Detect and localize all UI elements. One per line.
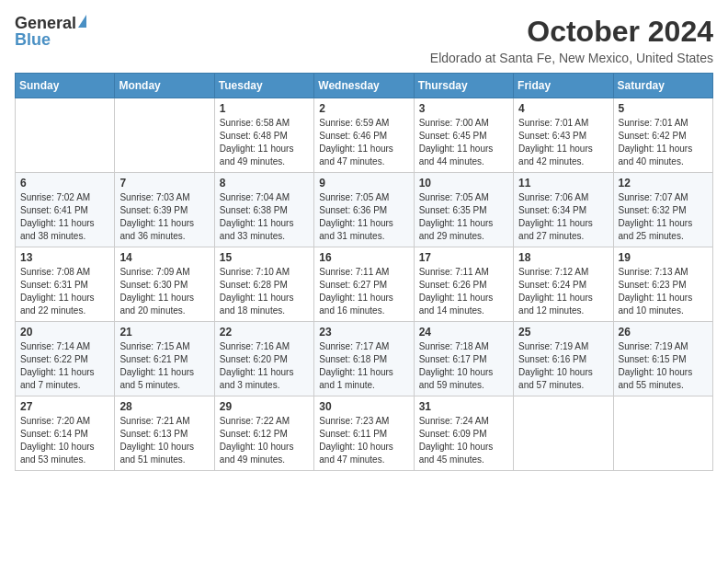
calendar-cell: 10Sunrise: 7:05 AM Sunset: 6:35 PM Dayli… (414, 173, 513, 247)
calendar-cell: 19Sunrise: 7:13 AM Sunset: 6:23 PM Dayli… (613, 247, 712, 322)
calendar-day-header: Saturday (613, 74, 712, 98)
day-number: 28 (119, 400, 209, 413)
day-info: Sunrise: 7:17 AM Sunset: 6:18 PM Dayligh… (319, 340, 408, 392)
calendar-day-header: Wednesday (314, 74, 414, 98)
calendar-cell (115, 98, 214, 173)
day-number: 27 (20, 400, 109, 413)
day-info: Sunrise: 7:04 AM Sunset: 6:38 PM Dayligh… (220, 191, 309, 243)
calendar-cell: 12Sunrise: 7:07 AM Sunset: 6:32 PM Dayli… (613, 173, 712, 247)
day-info: Sunrise: 7:07 AM Sunset: 6:32 PM Dayligh… (619, 191, 708, 243)
day-info: Sunrise: 7:00 AM Sunset: 6:45 PM Dayligh… (419, 117, 508, 168)
calendar-week-row: 13Sunrise: 7:08 AM Sunset: 6:31 PM Dayli… (16, 247, 713, 322)
calendar-cell: 6Sunrise: 7:02 AM Sunset: 6:41 PM Daylig… (16, 173, 115, 247)
day-info: Sunrise: 7:20 AM Sunset: 6:14 PM Dayligh… (20, 415, 109, 466)
calendar-week-row: 6Sunrise: 7:02 AM Sunset: 6:41 PM Daylig… (16, 173, 713, 247)
calendar-cell: 28Sunrise: 7:21 AM Sunset: 6:13 PM Dayli… (115, 396, 214, 471)
calendar-cell: 13Sunrise: 7:08 AM Sunset: 6:31 PM Dayli… (16, 247, 115, 322)
page-header: General Blue October 2024 Eldorado at Sa… (15, 15, 713, 65)
calendar-table: SundayMondayTuesdayWednesdayThursdayFrid… (15, 73, 713, 471)
calendar-cell: 27Sunrise: 7:20 AM Sunset: 6:14 PM Dayli… (16, 396, 115, 471)
month-title: October 2024 (430, 15, 713, 49)
day-number: 4 (518, 102, 608, 115)
logo: General Blue (15, 15, 86, 48)
day-number: 31 (419, 400, 508, 413)
day-number: 17 (419, 251, 508, 264)
day-number: 9 (319, 177, 408, 190)
calendar-cell (16, 98, 115, 173)
day-number: 14 (119, 251, 209, 264)
calendar-cell: 18Sunrise: 7:12 AM Sunset: 6:24 PM Dayli… (514, 247, 613, 322)
calendar-cell: 11Sunrise: 7:06 AM Sunset: 6:34 PM Dayli… (514, 173, 613, 247)
day-info: Sunrise: 7:16 AM Sunset: 6:20 PM Dayligh… (220, 340, 309, 392)
day-info: Sunrise: 7:13 AM Sunset: 6:23 PM Dayligh… (619, 266, 708, 317)
day-info: Sunrise: 7:03 AM Sunset: 6:39 PM Dayligh… (119, 191, 209, 243)
day-info: Sunrise: 7:21 AM Sunset: 6:13 PM Dayligh… (119, 415, 209, 466)
calendar-cell: 7Sunrise: 7:03 AM Sunset: 6:39 PM Daylig… (115, 173, 214, 247)
calendar-cell: 25Sunrise: 7:19 AM Sunset: 6:16 PM Dayli… (514, 322, 613, 396)
day-number: 18 (518, 251, 608, 264)
day-info: Sunrise: 7:12 AM Sunset: 6:24 PM Dayligh… (518, 266, 608, 317)
day-info: Sunrise: 7:02 AM Sunset: 6:41 PM Dayligh… (20, 191, 109, 243)
day-number: 1 (220, 102, 309, 115)
day-info: Sunrise: 7:06 AM Sunset: 6:34 PM Dayligh… (518, 191, 608, 243)
calendar-cell: 2Sunrise: 6:59 AM Sunset: 6:46 PM Daylig… (314, 98, 414, 173)
day-info: Sunrise: 7:11 AM Sunset: 6:26 PM Dayligh… (419, 266, 508, 317)
calendar-cell: 26Sunrise: 7:19 AM Sunset: 6:15 PM Dayli… (613, 322, 712, 396)
day-number: 30 (319, 400, 408, 413)
title-section: October 2024 Eldorado at Santa Fe, New M… (430, 15, 713, 65)
day-number: 29 (220, 400, 309, 413)
day-number: 22 (220, 326, 309, 339)
day-info: Sunrise: 6:58 AM Sunset: 6:48 PM Dayligh… (220, 117, 309, 168)
calendar-cell: 30Sunrise: 7:23 AM Sunset: 6:11 PM Dayli… (314, 396, 414, 471)
day-info: Sunrise: 7:19 AM Sunset: 6:15 PM Dayligh… (619, 340, 708, 392)
day-number: 6 (20, 177, 109, 190)
day-number: 10 (419, 177, 508, 190)
calendar-cell: 9Sunrise: 7:05 AM Sunset: 6:36 PM Daylig… (314, 173, 414, 247)
calendar-cell: 1Sunrise: 6:58 AM Sunset: 6:48 PM Daylig… (214, 98, 313, 173)
calendar-day-header: Friday (514, 74, 613, 98)
calendar-cell: 17Sunrise: 7:11 AM Sunset: 6:26 PM Dayli… (414, 247, 513, 322)
day-number: 15 (220, 251, 309, 264)
day-info: Sunrise: 6:59 AM Sunset: 6:46 PM Dayligh… (319, 117, 408, 168)
calendar-cell: 14Sunrise: 7:09 AM Sunset: 6:30 PM Dayli… (115, 247, 214, 322)
calendar-cell: 21Sunrise: 7:15 AM Sunset: 6:21 PM Dayli… (115, 322, 214, 396)
day-number: 5 (619, 102, 708, 115)
calendar-cell: 20Sunrise: 7:14 AM Sunset: 6:22 PM Dayli… (16, 322, 115, 396)
calendar-cell: 24Sunrise: 7:18 AM Sunset: 6:17 PM Dayli… (414, 322, 513, 396)
day-number: 12 (619, 177, 708, 190)
day-number: 21 (119, 326, 209, 339)
calendar-week-row: 20Sunrise: 7:14 AM Sunset: 6:22 PM Dayli… (16, 322, 713, 396)
day-info: Sunrise: 7:01 AM Sunset: 6:42 PM Dayligh… (619, 117, 708, 168)
logo-blue: Blue (15, 31, 51, 48)
calendar-day-header: Tuesday (214, 74, 313, 98)
day-info: Sunrise: 7:11 AM Sunset: 6:27 PM Dayligh… (319, 266, 408, 317)
calendar-cell: 16Sunrise: 7:11 AM Sunset: 6:27 PM Dayli… (314, 247, 414, 322)
calendar-day-header: Sunday (16, 74, 115, 98)
day-number: 8 (220, 177, 309, 190)
logo-general: General (15, 15, 76, 31)
calendar-cell (514, 396, 613, 471)
calendar-cell: 29Sunrise: 7:22 AM Sunset: 6:12 PM Dayli… (214, 396, 313, 471)
day-number: 23 (319, 326, 408, 339)
day-info: Sunrise: 7:23 AM Sunset: 6:11 PM Dayligh… (319, 415, 408, 466)
day-info: Sunrise: 7:24 AM Sunset: 6:09 PM Dayligh… (419, 415, 508, 466)
day-number: 19 (619, 251, 708, 264)
logo-triangle-icon (78, 15, 86, 28)
calendar-cell: 8Sunrise: 7:04 AM Sunset: 6:38 PM Daylig… (214, 173, 313, 247)
day-info: Sunrise: 7:22 AM Sunset: 6:12 PM Dayligh… (220, 415, 309, 466)
day-info: Sunrise: 7:08 AM Sunset: 6:31 PM Dayligh… (20, 266, 109, 317)
day-info: Sunrise: 7:01 AM Sunset: 6:43 PM Dayligh… (518, 117, 608, 168)
day-number: 11 (518, 177, 608, 190)
day-number: 7 (119, 177, 209, 190)
day-info: Sunrise: 7:14 AM Sunset: 6:22 PM Dayligh… (20, 340, 109, 392)
day-number: 26 (619, 326, 708, 339)
calendar-cell: 15Sunrise: 7:10 AM Sunset: 6:28 PM Dayli… (214, 247, 313, 322)
calendar-cell (613, 396, 712, 471)
location-subtitle: Eldorado at Santa Fe, New Mexico, United… (430, 51, 713, 65)
calendar-week-row: 27Sunrise: 7:20 AM Sunset: 6:14 PM Dayli… (16, 396, 713, 471)
calendar-cell: 4Sunrise: 7:01 AM Sunset: 6:43 PM Daylig… (514, 98, 613, 173)
calendar-week-row: 1Sunrise: 6:58 AM Sunset: 6:48 PM Daylig… (16, 98, 713, 173)
day-number: 24 (419, 326, 508, 339)
day-number: 3 (419, 102, 508, 115)
calendar-cell: 5Sunrise: 7:01 AM Sunset: 6:42 PM Daylig… (613, 98, 712, 173)
